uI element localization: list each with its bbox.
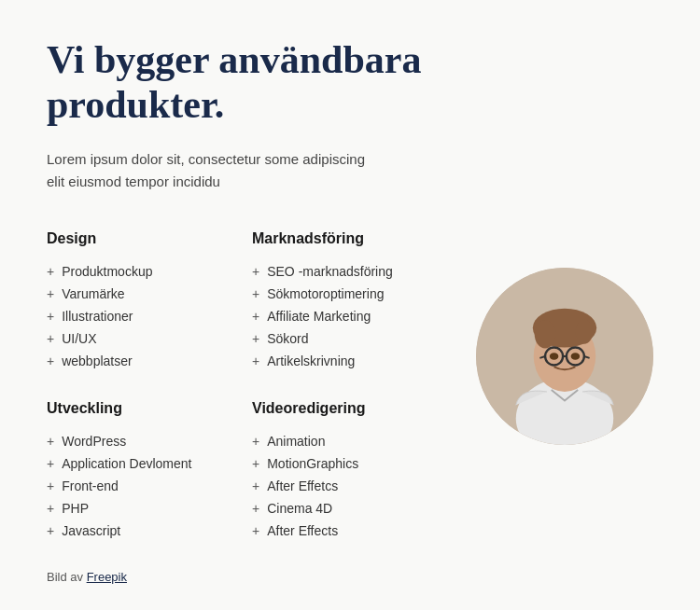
list-item: +Produktmockup (47, 260, 233, 283)
list-item: +Animation (252, 430, 439, 452)
list-item: +Front-end (47, 475, 233, 497)
grid-sections: Design+Produktmockup+Varumärke+Illustrat… (47, 230, 439, 542)
svg-point-6 (575, 319, 593, 344)
list-item: +Javascript (47, 520, 233, 542)
plus-icon: + (252, 309, 259, 324)
right-column (439, 230, 653, 584)
plus-icon: + (47, 434, 54, 449)
list-item: +webbplatser (47, 350, 233, 372)
footer-credit: Bild av Freepik (47, 570, 439, 584)
list-item: +WordPress (47, 430, 233, 452)
plus-icon: + (252, 456, 259, 471)
content-area: Design+Produktmockup+Varumärke+Illustrat… (47, 230, 653, 584)
list-item: +Affiliate Marketing (252, 305, 439, 327)
plus-icon: + (47, 286, 54, 301)
list-item-label: Javascript (62, 523, 120, 538)
plus-icon: + (47, 264, 54, 279)
list-item-label: Artikelskrivning (267, 354, 355, 368)
section-list-videoredigering: +Animation+MotionGraphics+After Effetcs+… (252, 430, 439, 542)
page-subtitle: Lorem ipsum dolor sit, consectetur some … (47, 148, 383, 193)
plus-icon: + (47, 354, 54, 368)
section-design: Design+Produktmockup+Varumärke+Illustrat… (47, 230, 233, 372)
list-item: +Cinema 4D (252, 497, 439, 520)
list-item: +Varumärke (47, 283, 233, 305)
avatar (476, 268, 653, 445)
list-item-label: PHP (62, 501, 89, 516)
plus-icon: + (252, 286, 259, 301)
list-item-label: Application Devloment (62, 456, 191, 471)
section-title-design: Design (47, 230, 233, 247)
plus-icon: + (252, 523, 259, 538)
section-list-design: +Produktmockup+Varumärke+Illustrationer+… (47, 260, 233, 372)
plus-icon: + (252, 264, 259, 279)
footer-link[interactable]: Freepik (87, 570, 127, 584)
list-item-label: After Effects (267, 523, 338, 538)
svg-point-13 (571, 353, 581, 360)
section-list-marknadsföring: +SEO -marknadsföring+Sökmotoroptimering+… (252, 260, 439, 372)
section-title-videoredigering: Videoredigering (252, 400, 439, 417)
plus-icon: + (252, 501, 259, 516)
list-item: +Artikelskrivning (252, 350, 439, 372)
list-item-label: Affiliate Marketing (267, 309, 371, 324)
section-list-utveckling: +WordPress+Application Devloment+Front-e… (47, 430, 233, 542)
svg-point-12 (550, 353, 559, 360)
list-item-label: Animation (267, 434, 325, 449)
list-item: +PHP (47, 497, 233, 520)
section-utveckling: Utveckling+WordPress+Application Devlome… (47, 400, 233, 542)
plus-icon: + (47, 331, 54, 346)
section-marknadsföring: Marknadsföring+SEO -marknadsföring+Sökmo… (252, 230, 439, 372)
plus-icon: + (252, 331, 259, 346)
list-item: +Sökord (252, 327, 439, 350)
list-item-label: webbplatser (62, 354, 133, 368)
plus-icon: + (47, 523, 54, 538)
plus-icon: + (252, 478, 259, 493)
list-item-label: Varumärke (62, 286, 124, 301)
list-item: +MotionGraphics (252, 452, 439, 475)
list-item: +SEO -marknadsföring (252, 260, 439, 283)
list-item-label: Produktmockup (62, 264, 152, 279)
svg-point-5 (535, 320, 556, 348)
list-item-label: Cinema 4D (267, 501, 332, 516)
left-column: Design+Produktmockup+Varumärke+Illustrat… (47, 230, 439, 584)
list-item: +Illustrationer (47, 305, 233, 327)
list-item: +UI/UX (47, 327, 233, 350)
list-item: +Application Devloment (47, 452, 233, 475)
section-title-marknadsföring: Marknadsföring (252, 230, 439, 247)
list-item-label: Sökmotoroptimering (267, 286, 384, 301)
list-item: +After Effetcs (252, 475, 439, 497)
plus-icon: + (47, 501, 54, 516)
section-videoredigering: Videoredigering+Animation+MotionGraphics… (252, 400, 439, 542)
list-item: +Sökmotoroptimering (252, 283, 439, 305)
plus-icon: + (47, 478, 54, 493)
list-item-label: SEO -marknadsföring (267, 264, 393, 279)
list-item-label: Sökord (267, 331, 308, 346)
list-item-label: UI/UX (62, 331, 96, 346)
list-item-label: MotionGraphics (267, 456, 358, 471)
plus-icon: + (47, 456, 54, 471)
list-item-label: WordPress (62, 434, 126, 449)
plus-icon: + (47, 309, 54, 324)
plus-icon: + (252, 354, 259, 368)
footer-text: Bild av (47, 570, 87, 584)
section-title-utveckling: Utveckling (47, 400, 233, 417)
list-item-label: Illustrationer (62, 309, 133, 324)
page-heading: Vi bygger användbara produkter. (47, 37, 439, 128)
page-wrapper: Vi bygger användbara produkter. Lorem ip… (0, 0, 700, 610)
list-item-label: Front-end (62, 478, 119, 493)
plus-icon: + (252, 434, 259, 449)
list-item: +After Effects (252, 520, 439, 542)
list-item-label: After Effetcs (267, 478, 338, 493)
